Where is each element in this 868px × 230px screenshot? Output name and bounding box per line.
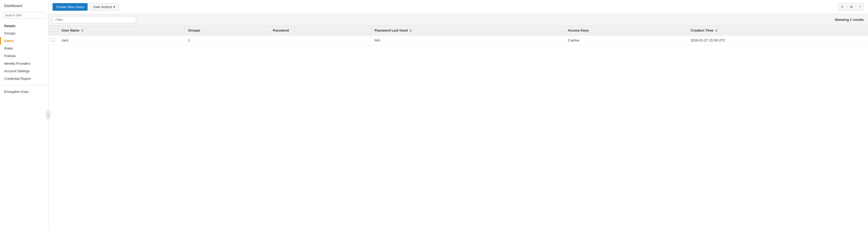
sort-icon-username: ⇕ — [81, 29, 84, 32]
refresh-button[interactable]: ↻ — [838, 3, 846, 11]
sidebar-item-credential-report[interactable]: Credential Report — [0, 75, 48, 82]
cell-password-last-used: N/A — [371, 35, 564, 45]
col-header-creation-time[interactable]: Creation Time ⇕ — [687, 26, 868, 35]
settings-icon: ⚙ — [850, 5, 853, 9]
users-table-container: User Name ⇕ Groups Password Password Las… — [49, 26, 868, 230]
sidebar-item-groups[interactable]: Groups — [0, 30, 48, 37]
sidebar-search-container — [0, 10, 48, 22]
col-header-username[interactable]: User Name ⇕ — [58, 26, 184, 35]
toolbar: Create New Users User Actions ▾ ↻ ⚙ ? — [49, 0, 868, 14]
col-header-access-keys: Access Keys — [564, 26, 687, 35]
users-table: User Name ⇕ Groups Password Password Las… — [49, 26, 868, 45]
table-header-row: User Name ⇕ Groups Password Password Las… — [49, 26, 868, 35]
sidebar-collapse-button[interactable]: ‹ — [46, 111, 50, 119]
sidebar-item-users[interactable]: Users — [0, 37, 48, 45]
dropdown-arrow-icon: ▾ — [114, 5, 115, 9]
help-icon: ? — [859, 5, 861, 9]
search-input[interactable] — [3, 12, 45, 19]
sidebar-item-policies[interactable]: Policies — [0, 52, 48, 60]
cell-access-keys: 2 active — [564, 35, 687, 45]
sidebar-item-dashboard[interactable]: Dashboard — [0, 0, 48, 10]
help-button[interactable]: ? — [857, 3, 864, 11]
col-header-password: Password — [269, 26, 371, 35]
main-content: Create New Users User Actions ▾ ↻ ⚙ ? Sh… — [49, 0, 868, 230]
cell-groups: 1 — [184, 35, 269, 45]
cell-password — [269, 35, 371, 45]
row-checkbox-cell[interactable] — [49, 35, 58, 45]
col-header-password-last-used[interactable]: Password Last Used ⇕ — [371, 26, 564, 35]
sidebar-details-label: Details — [0, 22, 48, 30]
refresh-icon: ↻ — [841, 5, 844, 9]
user-actions-label: User Actions — [93, 5, 112, 9]
sidebar-item-encryption-keys[interactable]: Encryption Keys — [0, 88, 48, 95]
sidebar-item-roles[interactable]: Roles — [0, 45, 48, 52]
results-label: Showing 1 results — [835, 18, 864, 22]
row-checkbox[interactable] — [51, 38, 55, 42]
sidebar: Dashboard Details Groups Users Roles Pol… — [0, 0, 49, 230]
filter-input[interactable] — [53, 16, 136, 23]
cell-creation-time: 2016-01-27 15:59 UTC — [687, 35, 868, 45]
settings-button[interactable]: ⚙ — [847, 3, 856, 11]
chevron-left-icon: ‹ — [48, 114, 49, 117]
user-actions-button[interactable]: User Actions ▾ — [90, 3, 119, 11]
sidebar-item-account-settings[interactable]: Account Settings — [0, 67, 48, 75]
table-row: Jack 1 N/A 2 active 2016-01-27 15:59 UTC — [49, 35, 868, 45]
create-new-users-button[interactable]: Create New Users — [53, 3, 88, 11]
select-all-header[interactable] — [49, 26, 58, 35]
sort-icon-password-last-used: ⇕ — [409, 29, 412, 32]
cell-username: Jack — [58, 35, 184, 45]
filter-bar: Showing 1 results — [49, 14, 868, 26]
sort-icon-creation-time: ⇕ — [715, 29, 717, 32]
col-header-groups: Groups — [184, 26, 269, 35]
select-all-checkbox[interactable] — [51, 28, 55, 32]
sidebar-item-identity-providers[interactable]: Identity Providers — [0, 60, 48, 67]
toolbar-right-actions: ↻ ⚙ ? — [838, 3, 864, 11]
sidebar-divider — [0, 85, 48, 85]
